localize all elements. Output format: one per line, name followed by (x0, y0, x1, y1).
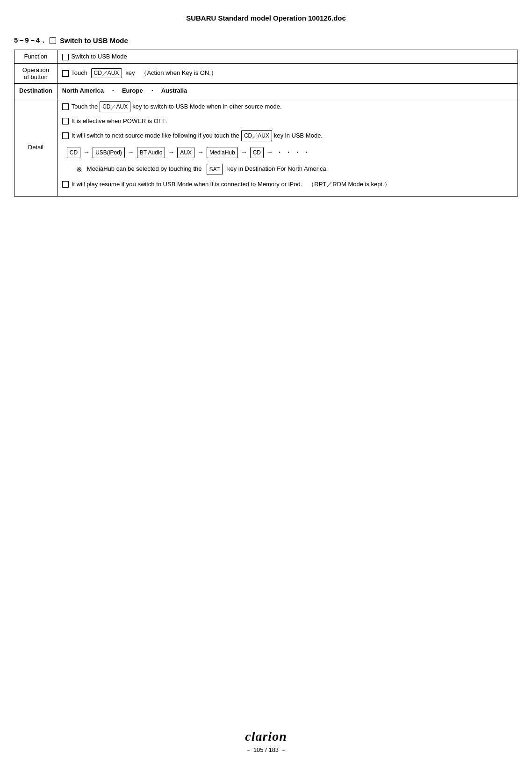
detail-line-3: It will switch to next source mode like … (62, 130, 513, 141)
label-detail: Detail (14, 98, 58, 197)
detail-text-1b: key to switch to USB Mode when in other … (132, 102, 281, 112)
detail-text-2: It is effective when POWER is OFF. (72, 116, 167, 126)
label-operation: Operation of button (14, 63, 58, 83)
detail-text-3a: It will switch to next source mode like … (72, 131, 239, 141)
detail-key-3: CD／AUX (241, 130, 272, 141)
flow-arrow-1: → (83, 147, 90, 158)
table-row-function: Function Switch to USB Mode (14, 50, 518, 64)
operation-suffix: key （Action when Key is ON.） (125, 69, 217, 76)
flow-dots: ・・・・ (276, 146, 311, 159)
detail-checkbox-1 (62, 103, 69, 110)
detail-text-1a: Touch the (72, 102, 98, 112)
clarion-logo: clarion (245, 729, 287, 744)
flow-usb: USB(iPod) (93, 147, 125, 158)
detail-line-last: It will play resume if you switch to USB… (62, 179, 513, 190)
flow-arrow-2: → (128, 147, 134, 158)
label-function: Function (14, 50, 58, 64)
flow-arrow-3: → (168, 147, 174, 158)
note-text-before: MediaHub can be selected by touching the (87, 164, 202, 174)
flow-btaudio: BT Audio (137, 147, 165, 158)
detail-key-1: CD／AUX (100, 101, 130, 112)
content-operation: Touch CD／AUX key （Action when Key is ON.… (57, 63, 518, 83)
operation-key: CD／AUX (91, 68, 122, 78)
content-function: Switch to USB Mode (57, 50, 518, 64)
table-row-destination: Destination North America ・ Europe ・ Aus… (14, 83, 518, 98)
flow-arrow-6: → (266, 147, 273, 158)
detail-line-2: It is effective when POWER is OFF. (62, 116, 513, 126)
label-destination: Destination (14, 83, 58, 98)
detail-checkbox-3 (62, 132, 69, 139)
note-line: ※ MediaHub can be selected by touching t… (76, 164, 513, 176)
flow-cd: CD (67, 147, 80, 158)
detail-checkbox-last (62, 181, 69, 188)
function-checkbox (62, 54, 69, 60)
content-destination: North America ・ Europe ・ Australia (57, 83, 518, 98)
note-key-sat: SAT (207, 164, 223, 175)
note-text-after: key in Destination For North America. (227, 164, 328, 174)
detail-checkbox-2 (62, 118, 69, 124)
section-header: 5－9－4． Switch to USB Mode (14, 36, 518, 45)
main-table: Function Switch to USB Mode Operation of… (14, 50, 518, 197)
flow-arrow-5: → (241, 147, 247, 158)
detail-text-last: It will play resume if you switch to USB… (72, 179, 390, 190)
flow-diagram: CD → USB(iPod) → BT Audio → AUX → MediaH… (67, 146, 513, 159)
flow-cd2: CD (250, 147, 264, 158)
section-checkbox (50, 37, 56, 44)
footer: clarion － 105 / 183 － (0, 729, 532, 754)
content-detail: Touch the CD／AUX key to switch to USB Mo… (57, 98, 518, 197)
doc-title: SUBARU Standard model Operation 100126.d… (14, 14, 518, 22)
section-number: 5－9－4． (14, 36, 47, 45)
detail-line-1: Touch the CD／AUX key to switch to USB Mo… (62, 101, 513, 112)
table-row-operation: Operation of button Touch CD／AUX key （Ac… (14, 63, 518, 83)
page-number: － 105 / 183 － (245, 746, 286, 754)
destination-text: North America ・ Europe ・ Australia (62, 87, 187, 94)
section-title: Switch to USB Mode (60, 36, 128, 44)
operation-checkbox (62, 70, 69, 77)
flow-mediahub: MediaHub (207, 147, 238, 158)
note-symbol: ※ (76, 164, 82, 176)
table-row-detail: Detail Touch the CD／AUX key to switch to… (14, 98, 518, 197)
operation-prefix: Touch (71, 69, 87, 76)
flow-aux: AUX (177, 147, 194, 158)
detail-text-3b: key in USB Mode. (274, 131, 323, 141)
function-text: Switch to USB Mode (71, 53, 127, 60)
flow-arrow-4: → (197, 147, 204, 158)
